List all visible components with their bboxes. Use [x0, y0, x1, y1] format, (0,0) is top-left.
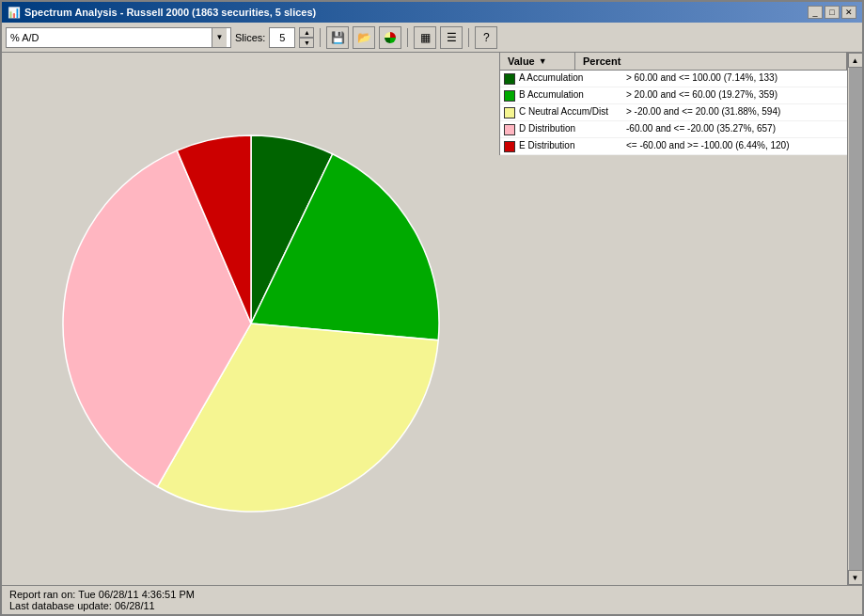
pie-container: [11, 62, 490, 576]
toolbar-separator-1: [320, 28, 321, 47]
slices-input[interactable]: 5: [269, 27, 295, 48]
main-content: Value ▼ Percent A Accumulation > 60.00 a…: [2, 53, 862, 585]
list-button[interactable]: ☰: [440, 26, 463, 49]
right-panel: Value ▼ Percent A Accumulation > 60.00 a…: [499, 53, 847, 585]
help-button[interactable]: ?: [475, 26, 497, 49]
title-bar: 📊 Spectrum Analysis - Russell 2000 (1863…: [2, 2, 862, 23]
legend-value: > -20.00 and <= 20.00 (31.88%, 594): [626, 106, 843, 117]
scroll-up-button[interactable]: ▲: [848, 53, 863, 68]
maximize-button[interactable]: □: [825, 6, 840, 19]
legend-value: > 20.00 and <= 60.00 (19.27%, 359): [626, 89, 843, 100]
chart-color-button[interactable]: [379, 26, 401, 49]
pie-chart: [25, 84, 477, 554]
minimize-button[interactable]: _: [808, 6, 823, 19]
scrollbar: ▲ ▼: [847, 53, 862, 585]
slices-label: Slices:: [235, 32, 265, 43]
legend-value: <= -60.00 and >= -100.00 (6.44%, 120): [626, 140, 843, 150]
legend-row[interactable]: D Distribution -60.00 and <= -20.00 (35.…: [500, 121, 847, 138]
toolbar: % A/D ▼ Slices: 5 ▲ ▼ 💾 📂: [2, 23, 862, 53]
legend-label: A Accumulation: [519, 72, 622, 83]
title-controls: _ □ ✕: [808, 6, 856, 19]
legend-color-swatch: [504, 73, 515, 85]
slices-spinner: ▲ ▼: [299, 27, 314, 48]
status-line-1: Report ran on: Tue 06/28/11 4:36:51 PM: [9, 589, 855, 600]
toolbar-separator-3: [468, 28, 469, 47]
slices-up-button[interactable]: ▲: [299, 27, 314, 38]
legend-row[interactable]: A Accumulation > 60.00 and <= 100.00 (7.…: [500, 71, 847, 87]
dropdown-arrow[interactable]: ▼: [212, 28, 227, 47]
open-button[interactable]: 📂: [353, 26, 375, 49]
legend-color-swatch: [504, 141, 515, 152]
status-bar: Report ran on: Tue 06/28/11 4:36:51 PM L…: [2, 585, 862, 614]
legend-color-swatch: [504, 124, 515, 135]
legend-rows: A Accumulation > 60.00 and <= 100.00 (7.…: [500, 71, 847, 155]
scroll-track: [849, 68, 862, 570]
legend-col-percent-header[interactable]: Percent: [575, 53, 847, 70]
slices-down-button[interactable]: ▼: [299, 38, 314, 48]
legend-label: E Distribution: [519, 140, 622, 150]
legend-row[interactable]: B Accumulation > 20.00 and <= 60.00 (19.…: [500, 87, 847, 104]
list-icon: ☰: [447, 31, 457, 44]
title-bar-left: 📊 Spectrum Analysis - Russell 2000 (1863…: [8, 7, 316, 19]
help-icon: ?: [483, 31, 490, 44]
pie-icon: [383, 30, 398, 45]
scroll-down-button[interactable]: ▼: [848, 570, 863, 585]
window-icon: 📊: [8, 7, 21, 19]
sort-icon: ▼: [539, 56, 547, 66]
grid-icon: ▦: [420, 31, 431, 44]
main-window: 📊 Spectrum Analysis - Russell 2000 (1863…: [0, 0, 864, 616]
analysis-type-dropdown[interactable]: % A/D ▼: [6, 27, 231, 48]
legend-label: D Distribution: [519, 123, 622, 134]
legend-row[interactable]: E Distribution <= -60.00 and >= -100.00 …: [500, 138, 847, 155]
grid-button[interactable]: ▦: [414, 26, 436, 49]
save-icon: 💾: [331, 31, 345, 44]
legend-label: B Accumulation: [519, 89, 622, 100]
dropdown-value: % A/D: [10, 32, 39, 43]
open-icon: 📂: [357, 31, 371, 44]
legend-color-swatch: [504, 90, 515, 102]
window-title: Spectrum Analysis - Russell 2000 (1863 s…: [24, 7, 316, 18]
status-line-2: Last database update: 06/28/11: [9, 600, 855, 611]
save-button[interactable]: 💾: [326, 26, 349, 49]
toolbar-separator-2: [407, 28, 408, 47]
legend-col-value-header[interactable]: Value ▼: [500, 53, 575, 70]
legend-header: Value ▼ Percent: [500, 53, 847, 71]
legend-value: -60.00 and <= -20.00 (35.27%, 657): [626, 123, 843, 134]
legend-row[interactable]: C Neutral Accum/Dist > -20.00 and <= 20.…: [500, 104, 847, 121]
legend-panel: Value ▼ Percent A Accumulation > 60.00 a…: [499, 53, 847, 155]
legend-label: C Neutral Accum/Dist: [519, 106, 622, 117]
close-button[interactable]: ✕: [841, 6, 856, 19]
legend-value: > 60.00 and <= 100.00 (7.14%, 133): [626, 72, 843, 83]
chart-area: [2, 53, 499, 585]
legend-color-swatch: [504, 107, 515, 118]
